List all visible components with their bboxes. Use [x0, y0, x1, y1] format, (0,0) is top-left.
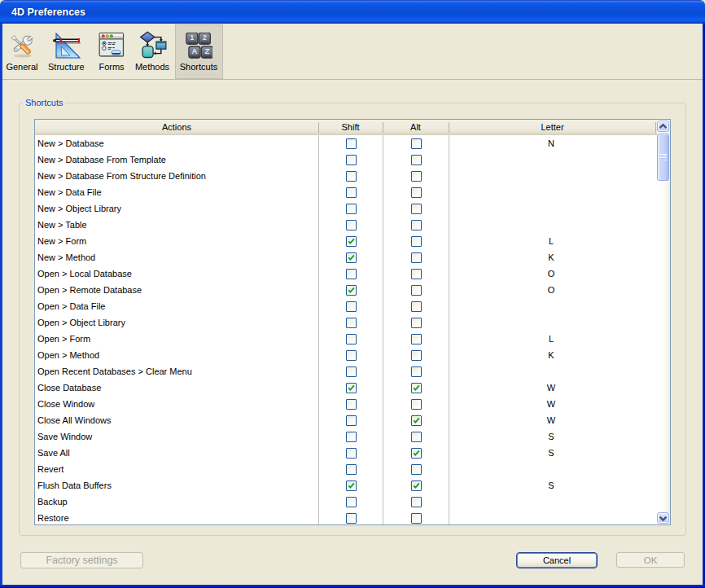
- svg-text:1: 1: [190, 33, 195, 42]
- svg-text:Z: Z: [204, 46, 209, 55]
- svg-text:A: A: [191, 46, 197, 55]
- svg-text:2: 2: [203, 33, 207, 42]
